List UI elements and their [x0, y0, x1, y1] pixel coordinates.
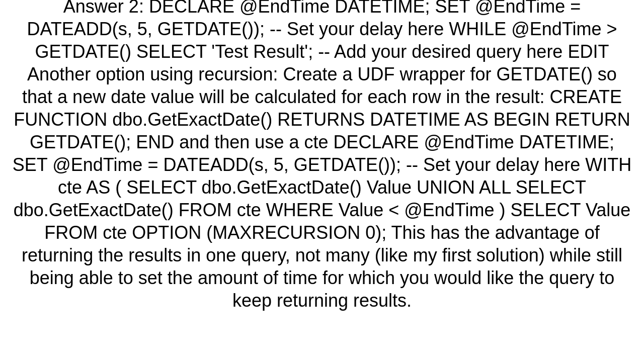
content-area: Answer 2: DECLARE @EndTime DATETIME; SET…	[0, 0, 644, 362]
main-text-block: Answer 2: DECLARE @EndTime DATETIME; SET…	[10, 0, 634, 312]
